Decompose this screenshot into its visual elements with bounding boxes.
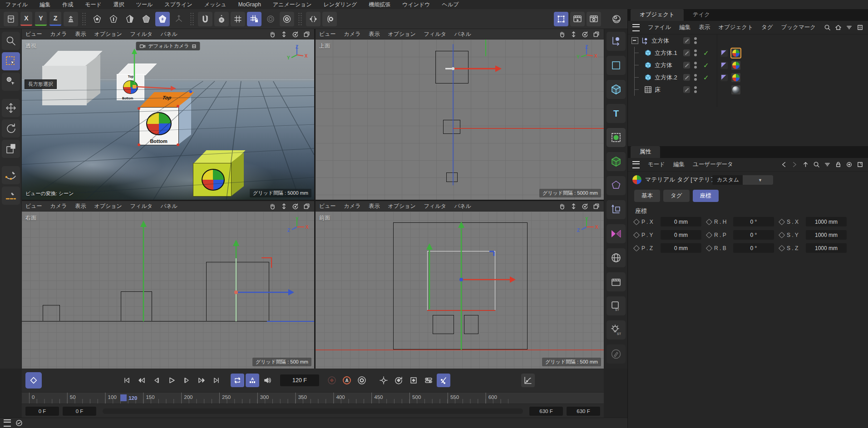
- symmetry-object-icon[interactable]: [607, 224, 626, 243]
- viewport-menu-item[interactable]: 表示: [369, 30, 380, 38]
- viewport-menu-item[interactable]: パネル: [161, 202, 178, 210]
- edit-toggle[interactable]: [683, 86, 690, 93]
- maximize-view-icon[interactable]: [592, 30, 600, 38]
- viewport-menu-item[interactable]: 表示: [75, 30, 86, 38]
- expander-icon[interactable]: [631, 37, 638, 44]
- field-rb[interactable]: R . B0 °: [707, 243, 774, 253]
- new-panel-icon[interactable]: [857, 161, 863, 168]
- paint-tool-icon[interactable]: [607, 344, 626, 364]
- menu-item[interactable]: MoGraph: [238, 1, 261, 8]
- matrix-object-icon[interactable]: [607, 152, 626, 171]
- menu-item[interactable]: アニメーション: [273, 1, 312, 9]
- viewport-menu-item[interactable]: フィルタ: [424, 30, 446, 38]
- viewport-menu-item[interactable]: オプション: [94, 202, 122, 210]
- goto-start-button[interactable]: [120, 374, 133, 387]
- object-manager-menu-item[interactable]: タグ: [761, 24, 773, 31]
- viewport-menu-item[interactable]: フィルタ: [130, 202, 153, 210]
- filter-icon[interactable]: [846, 24, 853, 31]
- rectangle-selection-tool[interactable]: [2, 52, 20, 70]
- object-name[interactable]: 立方体: [655, 61, 672, 69]
- field-sz[interactable]: S . Z1000 mm: [779, 243, 847, 253]
- key-diamond-icon[interactable]: [706, 245, 712, 251]
- viewport-menu-item[interactable]: 表示: [75, 202, 86, 210]
- edit-toggle[interactable]: [683, 74, 690, 81]
- viewport-top[interactable]: ビューカメラ表示オプションフィルタパネル 上面: [316, 29, 604, 200]
- tab-basic[interactable]: 基本: [634, 190, 660, 202]
- material-ball-icon[interactable]: [609, 12, 624, 26]
- menu-item[interactable]: スプライン: [164, 1, 192, 9]
- viewport-menu-item[interactable]: ビュー: [25, 30, 42, 38]
- field-value[interactable]: 0 mm: [661, 217, 701, 226]
- object-row-cube1[interactable]: 立方体.1 ✓: [628, 47, 868, 59]
- key-rotation-button[interactable]: [392, 374, 405, 387]
- axis-z-button[interactable]: Z: [49, 12, 61, 26]
- right-view-canvas[interactable]: 右面 Y X Z グリ: [22, 212, 314, 369]
- viewport-menu-item[interactable]: パネル: [161, 30, 178, 38]
- maximize-view-icon[interactable]: [303, 30, 311, 38]
- cloner-object-icon[interactable]: [607, 128, 626, 147]
- visibility-dots[interactable]: [694, 49, 697, 56]
- zoom-arrows-icon[interactable]: [280, 202, 288, 210]
- sky-object-icon[interactable]: [607, 248, 626, 267]
- menu-item[interactable]: ファイル: [5, 1, 28, 9]
- viewport-menu-item[interactable]: フィルタ: [130, 30, 153, 38]
- sound-button[interactable]: [261, 374, 274, 387]
- visibility-dots[interactable]: [694, 62, 697, 69]
- front-view-canvas[interactable]: 前面 Y X Z グリッド: [316, 212, 604, 369]
- playhead[interactable]: 120: [120, 394, 137, 401]
- cube-object-icon[interactable]: [607, 80, 626, 99]
- content-browser-icon[interactable]: [4, 12, 18, 26]
- edit-toggle[interactable]: [683, 49, 690, 56]
- viewport-perspective[interactable]: ビューカメラ表示オプションフィルタパネル: [22, 29, 314, 200]
- viewport-menu-item[interactable]: オプション: [94, 30, 122, 38]
- playhead-marker[interactable]: [120, 394, 127, 401]
- plane-object-icon[interactable]: [607, 56, 626, 75]
- snap-settings-icon[interactable]: [214, 12, 229, 26]
- scene-end-field[interactable]: 630 F: [567, 407, 600, 416]
- key-diamond-icon[interactable]: [779, 231, 785, 238]
- workplane-settings-icon[interactable]: [280, 12, 294, 26]
- perspective-scene[interactable]: Top Bottom Top: [22, 39, 314, 200]
- pan-hand-icon[interactable]: [269, 202, 276, 210]
- scene-start-field[interactable]: 0 F: [25, 407, 59, 416]
- rotate-view-icon[interactable]: [581, 202, 589, 210]
- zoom-arrows-icon[interactable]: [570, 202, 577, 210]
- edit-toggle[interactable]: [683, 62, 690, 69]
- pan-hand-icon[interactable]: [558, 30, 566, 38]
- key-diamond-icon[interactable]: [779, 245, 785, 251]
- field-value[interactable]: 1000 mm: [806, 230, 847, 240]
- rotate-view-icon[interactable]: [581, 30, 589, 38]
- viewport-menu-item[interactable]: ビュー: [319, 30, 336, 38]
- material-tag[interactable]: [731, 73, 740, 82]
- text-object-icon[interactable]: T: [607, 104, 626, 123]
- forward-icon[interactable]: [791, 161, 798, 168]
- object-manager-menu-item[interactable]: 表示: [699, 24, 710, 31]
- filter-icon[interactable]: [824, 161, 831, 168]
- stage-object-icon[interactable]: [607, 272, 626, 291]
- key-diamond-icon[interactable]: [706, 218, 712, 225]
- render-settings-button[interactable]: [587, 12, 601, 26]
- picture-viewer-button[interactable]: [570, 12, 585, 26]
- autokey-mode-button[interactable]: A: [246, 374, 259, 387]
- home-icon[interactable]: [835, 24, 842, 31]
- edges-mode-icon[interactable]: [106, 12, 121, 26]
- viewport-menu-item[interactable]: カメラ: [344, 202, 361, 210]
- key-diamond-icon[interactable]: [633, 218, 640, 225]
- key-diamond-icon[interactable]: [633, 231, 640, 238]
- current-frame-field[interactable]: 120 F: [280, 374, 319, 386]
- field-value[interactable]: 0 mm: [661, 230, 701, 240]
- menu-item[interactable]: 機能拡張: [369, 1, 390, 9]
- object-name[interactable]: 立方体.2: [655, 74, 677, 82]
- new-panel-icon[interactable]: [857, 24, 863, 31]
- next-key-button[interactable]: [195, 374, 208, 387]
- tab-takes[interactable]: テイク: [684, 9, 719, 21]
- search-icon[interactable]: [813, 161, 820, 168]
- default-camera-pill[interactable]: デフォルトカメラ: [136, 42, 200, 50]
- menu-item[interactable]: ツール: [136, 1, 153, 9]
- rotate-view-icon[interactable]: [291, 202, 299, 210]
- object-manager-menu-item[interactable]: ファイル: [648, 24, 671, 31]
- field-py[interactable]: P . Y0 mm: [634, 230, 701, 240]
- zoom-arrows-icon[interactable]: [570, 30, 577, 38]
- object-row-floor[interactable]: 床: [628, 84, 868, 96]
- axis-modification-icon[interactable]: [172, 12, 186, 26]
